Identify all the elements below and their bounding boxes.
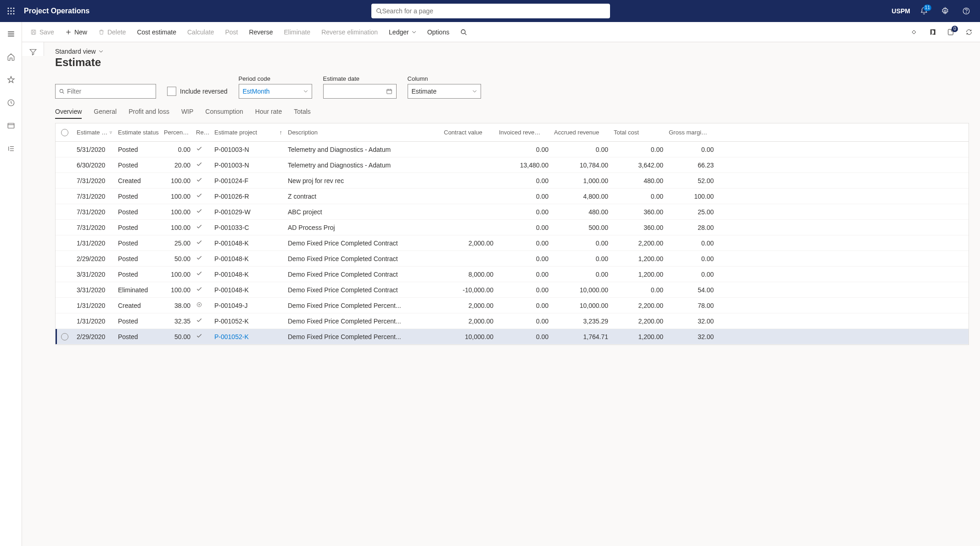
cell-project[interactable]: P-001029-W [212, 208, 285, 216]
grid-row[interactable]: 7/31/2020Posted100.00P-001029-WABC proje… [56, 204, 969, 220]
grid-row[interactable]: 6/30/2020Posted20.00P-001003-NTelemetry … [56, 157, 969, 173]
global-search[interactable] [371, 4, 610, 18]
cell-date: 6/30/2020 [74, 162, 115, 169]
search-input[interactable] [382, 7, 605, 15]
settings-icon[interactable] [938, 4, 952, 18]
filter-text-input[interactable] [67, 88, 152, 95]
select-all-radio[interactable] [61, 129, 68, 136]
tab-totals[interactable]: Totals [294, 105, 311, 119]
filter-input[interactable] [55, 84, 156, 99]
cell-date: 3/31/2020 [74, 286, 115, 294]
refresh-icon[interactable] [962, 25, 976, 39]
post-button[interactable]: Post [220, 26, 242, 39]
cell-gross: 28.00 [666, 224, 717, 231]
cell-description: Demo Fixed Price Completed Percent... [285, 318, 441, 325]
tab-consumption[interactable]: Consumption [205, 105, 243, 119]
reverse-elimination-button[interactable]: Reverse elimination [317, 26, 382, 39]
tab-overview[interactable]: Overview [55, 105, 82, 119]
cell-re-icon [193, 270, 212, 278]
find-button[interactable] [456, 26, 471, 38]
col-description[interactable]: Description [285, 129, 441, 136]
col-invoiced[interactable]: Invoiced reve… [496, 129, 551, 136]
column-combo[interactable]: Estimate [408, 84, 481, 99]
notifications-icon[interactable]: 11 [917, 4, 931, 18]
notification-badge: 11 [924, 5, 931, 11]
attachments-icon[interactable]: 0 [943, 25, 958, 39]
open-in-office-icon[interactable] [925, 25, 940, 39]
personalize-icon[interactable] [907, 25, 921, 39]
cell-project[interactable]: P-001003-N [212, 146, 285, 153]
star-icon[interactable] [4, 72, 18, 87]
cell-project[interactable]: P-001048-K [212, 286, 285, 294]
cell-project[interactable]: P-001024-F [212, 177, 285, 184]
tab-hour-rate[interactable]: Hour rate [255, 105, 282, 119]
cell-invoiced: 0.00 [496, 333, 551, 340]
cell-accrued: 4,800.00 [551, 193, 611, 200]
checkbox-icon[interactable] [167, 87, 176, 96]
cell-total-cost: 0.00 [611, 286, 666, 294]
col-re[interactable]: Re… [193, 129, 212, 136]
col-contract[interactable]: Contract value [441, 129, 496, 136]
cost-estimate-button[interactable]: Cost estimate [132, 26, 181, 39]
col-total-cost[interactable]: Total cost [611, 129, 666, 136]
cell-accrued: 3,235.29 [551, 318, 611, 325]
grid-row[interactable]: 3/31/2020Posted100.00P-001048-KDemo Fixe… [56, 267, 969, 282]
cell-project[interactable]: P-001052-K [212, 333, 285, 340]
cell-project[interactable]: P-001048-K [212, 271, 285, 278]
calculate-button[interactable]: Calculate [183, 26, 218, 39]
cell-project[interactable]: P-001003-N [212, 162, 285, 169]
cell-project[interactable]: P-001048-K [212, 255, 285, 262]
period-code-combo[interactable]: EstMonth [239, 84, 312, 99]
include-reversed-checkbox[interactable]: Include reversed [167, 84, 228, 99]
col-gross[interactable]: Gross margi… [666, 129, 717, 136]
tab-pnl[interactable]: Profit and loss [129, 105, 169, 119]
grid-row[interactable]: 1/31/2020Created38.00P-001049-JDemo Fixe… [56, 298, 969, 313]
svg-point-30 [60, 89, 63, 93]
grid-row[interactable]: 7/31/2020Created100.00P-001024-FNew proj… [56, 173, 969, 189]
home-icon[interactable] [4, 50, 18, 64]
tab-wip[interactable]: WIP [181, 105, 193, 119]
hamburger-icon[interactable] [4, 27, 18, 41]
cell-project[interactable]: P-001049-J [212, 302, 285, 309]
delete-button[interactable]: Delete [94, 26, 130, 39]
workspace-icon[interactable] [4, 118, 18, 133]
filter-pane-toggle[interactable] [22, 42, 44, 56]
cell-percent: 100.00 [161, 193, 193, 200]
cell-project[interactable]: P-001033-C [212, 224, 285, 231]
col-estimate-date[interactable]: Estimate … [74, 129, 115, 136]
reverse-button[interactable]: Reverse [244, 26, 277, 39]
row-radio[interactable] [61, 333, 68, 340]
cell-project[interactable]: P-001048-K [212, 240, 285, 247]
modules-icon[interactable] [4, 141, 18, 156]
grid-row[interactable]: 3/31/2020Eliminated100.00P-001048-KDemo … [56, 282, 969, 298]
user-label[interactable]: USPM [892, 7, 910, 15]
grid-row[interactable]: 7/31/2020Posted100.00P-001033-CAD Proces… [56, 220, 969, 235]
grid-row[interactable]: 7/31/2020Posted100.00P-001026-RZ contrac… [56, 189, 969, 204]
cell-project[interactable]: P-001026-R [212, 193, 285, 200]
options-button[interactable]: Options [423, 26, 454, 39]
grid-row[interactable]: 1/31/2020Posted25.00P-001048-KDemo Fixed… [56, 235, 969, 251]
app-launcher-icon[interactable] [4, 4, 18, 18]
col-project[interactable]: Estimate project↑ [212, 129, 285, 136]
new-button[interactable]: New [61, 26, 92, 39]
eliminate-button[interactable]: Eliminate [280, 26, 315, 39]
grid-row[interactable]: 2/29/2020Posted50.00P-001048-KDemo Fixed… [56, 251, 969, 267]
grid-row[interactable]: 5/31/2020Posted0.00P-001003-NTelemetry a… [56, 142, 969, 157]
cell-date: 1/31/2020 [74, 302, 115, 309]
grid-row[interactable]: 2/29/2020Posted50.00P-001052-KDemo Fixed… [56, 329, 969, 345]
col-estimate-status[interactable]: Estimate status [115, 129, 161, 136]
col-percent[interactable]: Percen… [161, 129, 193, 136]
cell-invoiced: 0.00 [496, 224, 551, 231]
cell-date: 2/29/2020 [74, 333, 115, 340]
col-accrued[interactable]: Accrued revenue [551, 129, 611, 136]
cell-gross: 0.00 [666, 271, 717, 278]
ledger-button[interactable]: Ledger [384, 26, 421, 39]
clock-icon[interactable] [4, 95, 18, 110]
help-icon[interactable] [959, 4, 974, 18]
cell-project[interactable]: P-001052-K [212, 318, 285, 325]
estimate-date-input[interactable] [323, 84, 397, 99]
tab-general[interactable]: General [94, 105, 117, 119]
save-button[interactable]: Save [26, 26, 59, 39]
view-selector[interactable]: Standard view [55, 48, 969, 55]
grid-row[interactable]: 1/31/2020Posted32.35P-001052-KDemo Fixed… [56, 313, 969, 329]
